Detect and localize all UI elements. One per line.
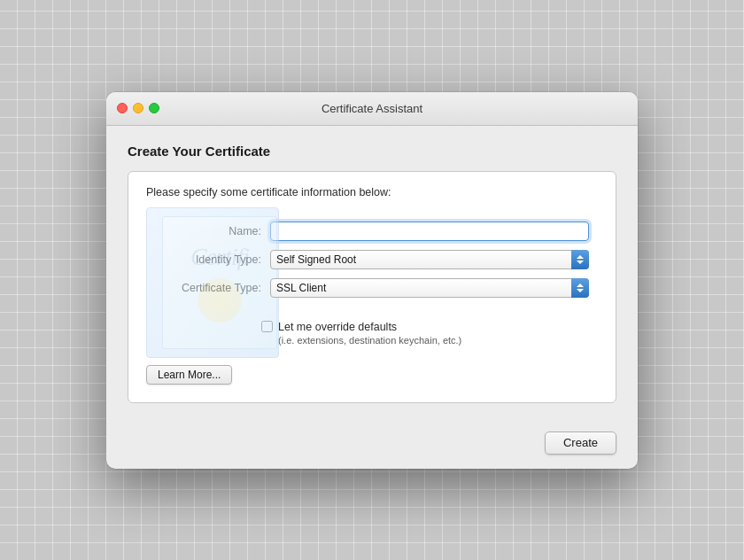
page-title: Create Your Certificate [128,144,616,159]
maximize-button[interactable] [149,103,159,113]
certificate-assistant-window: Certificate Assistant Create Your Certif… [106,92,638,469]
minimize-button[interactable] [133,103,143,113]
cert-script-text: Certifi [190,243,249,271]
override-checkbox-sublabel: (i.e. extensions, destination keychain, … [278,335,589,346]
name-input[interactable] [270,222,589,241]
override-checkbox-line: Let me override defaults [261,321,589,333]
content-panel: Please specify some certificate informat… [128,171,616,403]
titlebar: Certificate Assistant [106,92,638,126]
cert-stamp [198,278,242,323]
certificate-type-select-wrapper: SSL Client SSL Server Code Signing Email… [270,278,589,298]
traffic-lights [117,103,159,113]
identity-type-select-wrapper: Self Signed Root Intermediate CA Root CA [270,250,589,269]
cert-card-inner: Certifi [162,216,277,349]
window-footer: Create [106,421,638,469]
window-body: Create Your Certificate Please specify s… [106,126,638,421]
window-title: Certificate Assistant [322,102,422,115]
create-button[interactable]: Create [545,432,616,455]
identity-type-select[interactable]: Self Signed Root Intermediate CA Root CA [270,250,589,269]
close-button[interactable] [117,103,128,113]
certificate-type-select[interactable]: SSL Client SSL Server Code Signing Email… [270,278,589,298]
